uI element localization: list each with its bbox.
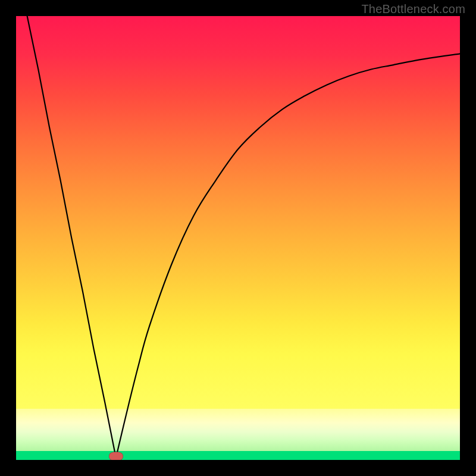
bottleneck-curve: [16, 16, 460, 460]
curve-path: [27, 16, 460, 458]
plot-area: [16, 16, 460, 460]
watermark-text: TheBottleneck.com: [361, 2, 465, 16]
chart-frame: TheBottleneck.com: [0, 0, 476, 476]
optimum-marker: [109, 452, 123, 461]
